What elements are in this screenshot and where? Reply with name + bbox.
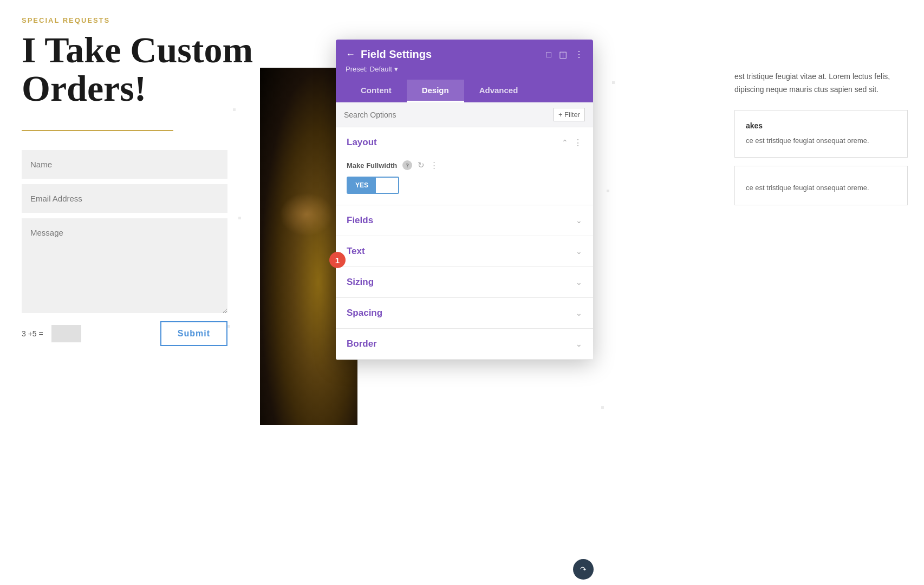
spacing-section-title: Spacing <box>347 308 382 318</box>
sizing-section-header[interactable]: Sizing ⌄ <box>336 267 593 297</box>
panel-fullscreen-icon[interactable]: □ <box>546 50 551 60</box>
border-chevron-icon[interactable]: ⌄ <box>576 340 582 349</box>
toggle-no[interactable] <box>376 178 398 193</box>
fields-section-title: Fields <box>347 215 373 226</box>
panel-search-bar: + Filter <box>336 102 593 127</box>
text-section-header[interactable]: Text ⌄ <box>336 236 593 266</box>
help-icon[interactable]: ? <box>402 160 412 170</box>
bread-highlight <box>279 193 334 236</box>
panel-layout-icon[interactable]: ◫ <box>559 49 567 60</box>
text-section: Text ⌄ <box>336 236 593 267</box>
fields-chevron-icon[interactable]: ⌄ <box>576 216 582 225</box>
field-settings-panel: ← Field Settings □ ◫ ⋮ Preset: Default ▾… <box>336 40 593 360</box>
spacing-section-header[interactable]: Spacing ⌄ <box>336 298 593 328</box>
border-section-title: Border <box>347 339 377 349</box>
panel-preset-label[interactable]: Preset: Default ▾ <box>346 65 583 73</box>
spacing-chevron-icon[interactable]: ⌄ <box>576 309 582 318</box>
text-section-title: Text <box>347 246 365 257</box>
reset-icon[interactable]: ↻ <box>418 160 425 170</box>
panel-header-top: ← Field Settings □ ◫ ⋮ <box>346 48 583 61</box>
fields-section: Fields ⌄ <box>336 205 593 236</box>
tab-advanced[interactable]: Advanced <box>464 80 533 102</box>
right-text-paragraph: est tristique feugiat vitae at. Lorem le… <box>734 70 908 96</box>
panel-header-left: ← Field Settings <box>346 48 432 61</box>
submit-button[interactable]: Submit <box>160 321 227 346</box>
filter-button[interactable]: + Filter <box>554 108 585 121</box>
panel-tabs: Content Design Advanced <box>346 80 583 102</box>
make-fullwidth-label: Make Fullwidth <box>347 161 397 170</box>
title-divider <box>22 130 173 131</box>
layout-content: Make Fullwidth ? ↻ ⋮ YES <box>336 158 593 205</box>
right-content-section: est tristique feugiat vitae at. Lorem le… <box>718 0 924 585</box>
special-requests-label: SPECIAL REQUESTS <box>22 16 265 24</box>
tab-design[interactable]: Design <box>407 80 464 102</box>
sizing-chevron-icon[interactable]: ⌄ <box>576 278 582 287</box>
layout-section-icons: ⌃ ⋮ <box>562 138 582 148</box>
make-fullwidth-row: Make Fullwidth ? ↻ ⋮ <box>347 160 582 170</box>
right-card-text-2: ce est tristique feugiat onsequat oreme. <box>746 183 896 194</box>
right-card-2: ce est tristique feugiat onsequat oreme. <box>734 166 908 205</box>
layout-section-header[interactable]: Layout ⌃ ⋮ <box>336 127 593 158</box>
toggle-row: YES <box>347 177 582 194</box>
sizing-section: Sizing ⌄ <box>336 267 593 298</box>
panel-header-icons: □ ◫ ⋮ <box>546 49 583 60</box>
decorative-dot <box>607 190 609 192</box>
layout-collapse-icon[interactable]: ⌃ <box>562 138 568 147</box>
sizing-section-title: Sizing <box>347 277 374 288</box>
drag-handle[interactable]: ↷ <box>573 559 594 580</box>
captcha-input[interactable] <box>51 325 81 342</box>
fullwidth-toggle[interactable]: YES <box>347 177 399 194</box>
spacing-section: Spacing ⌄ <box>336 298 593 329</box>
border-section-header[interactable]: Border ⌄ <box>336 329 593 359</box>
decorative-dot <box>601 406 604 409</box>
text-chevron-icon[interactable]: ⌄ <box>576 247 582 256</box>
layout-section-title: Layout <box>347 137 377 148</box>
captcha-label: 3 +5 = <box>22 329 43 338</box>
right-card-1: akes ce est tristique feugiat onsequat o… <box>734 110 908 158</box>
step-badge: 1 <box>329 252 346 268</box>
email-input[interactable] <box>22 184 227 213</box>
page-title: I Take Custom Orders! <box>22 31 265 108</box>
form-section: SPECIAL REQUESTS I Take Custom Orders! 3… <box>0 0 287 585</box>
message-textarea[interactable] <box>22 218 227 313</box>
tab-content[interactable]: Content <box>346 80 407 102</box>
decorative-dot <box>612 81 615 84</box>
drag-icon: ↷ <box>580 565 587 574</box>
toggle-yes[interactable]: YES <box>348 178 376 193</box>
name-input[interactable] <box>22 150 227 179</box>
panel-title: Field Settings <box>361 48 432 61</box>
right-card-text-1: ce est tristique feugiat onsequat oreme. <box>746 135 896 147</box>
panel-header: ← Field Settings □ ◫ ⋮ Preset: Default ▾… <box>336 40 593 102</box>
layout-more-icon[interactable]: ⋮ <box>574 138 582 148</box>
search-options-input[interactable] <box>344 110 554 119</box>
control-more-icon[interactable]: ⋮ <box>430 160 438 170</box>
border-section: Border ⌄ <box>336 329 593 360</box>
fields-section-header[interactable]: Fields ⌄ <box>336 205 593 236</box>
panel-body: Layout ⌃ ⋮ Make Fullwidth ? ↻ ⋮ YES <box>336 127 593 360</box>
panel-more-icon[interactable]: ⋮ <box>575 49 583 60</box>
right-card-title-1: akes <box>746 121 896 130</box>
panel-back-icon[interactable]: ← <box>346 49 355 60</box>
layout-section: Layout ⌃ ⋮ Make Fullwidth ? ↻ ⋮ YES <box>336 127 593 205</box>
form-bottom: 3 +5 = Submit <box>22 321 227 346</box>
